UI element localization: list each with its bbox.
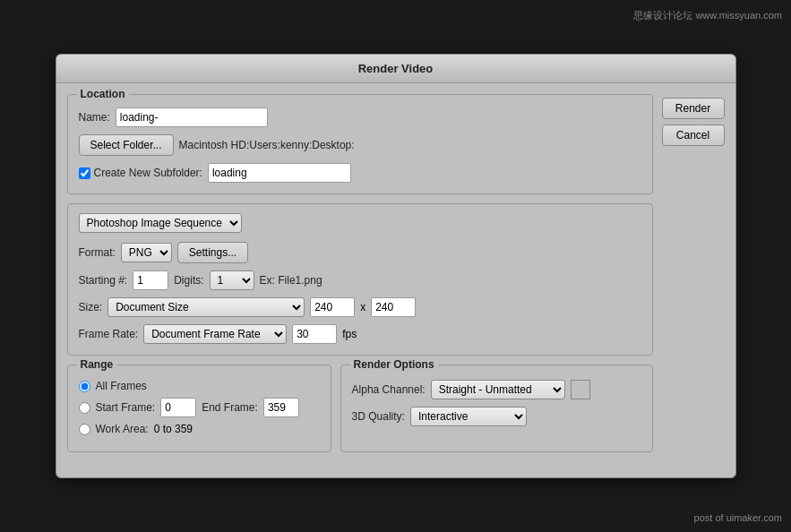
frame-rate-label: Frame Rate: bbox=[79, 328, 139, 340]
format-label: Format: bbox=[79, 246, 116, 259]
digits-select[interactable]: 1 bbox=[210, 270, 254, 290]
subfolder-input[interactable] bbox=[208, 163, 351, 183]
settings-button[interactable]: Settings... bbox=[177, 242, 248, 263]
image-sequence-section: Photoshop Image Sequence Format: PNG Set… bbox=[67, 203, 653, 356]
quality-3d-select[interactable]: Interactive bbox=[410, 407, 527, 426]
folder-path: Macintosh HD:Users:kenny:Desktop: bbox=[179, 139, 355, 151]
work-area-value: 0 to 359 bbox=[154, 423, 193, 435]
format-select[interactable]: PNG bbox=[121, 243, 172, 262]
watermark-top: 思缘设计论坛 www.missyuan.com bbox=[633, 9, 782, 22]
render-video-dialog: Render Video Location Name: Select Folde… bbox=[56, 54, 736, 478]
range-section: Range All Frames Start Frame: End Frame: bbox=[67, 365, 331, 452]
size-label: Size: bbox=[79, 301, 103, 313]
name-input[interactable] bbox=[116, 107, 268, 127]
starting-input[interactable] bbox=[133, 270, 168, 290]
end-frame-input[interactable] bbox=[263, 398, 299, 417]
quality-3d-label: 3D Quality: bbox=[352, 410, 405, 423]
start-frame-radio[interactable] bbox=[79, 402, 90, 414]
render-options-label: Render Options bbox=[350, 358, 438, 371]
example-text: Ex: File1.png bbox=[260, 274, 322, 287]
size-select[interactable]: Document Size bbox=[107, 297, 305, 317]
render-options-section: Render Options Alpha Channel: Straight -… bbox=[340, 365, 653, 452]
work-area-label: Work Area: bbox=[96, 423, 149, 435]
alpha-channel-label: Alpha Channel: bbox=[352, 383, 426, 396]
create-subfolder-label: Create New Subfolder: bbox=[94, 167, 202, 179]
alpha-channel-select[interactable]: Straight - Unmatted bbox=[431, 380, 565, 399]
end-frame-label: End Frame: bbox=[202, 401, 258, 414]
frame-rate-input[interactable] bbox=[292, 324, 337, 344]
select-folder-button[interactable]: Select Folder... bbox=[79, 134, 174, 156]
image-sequence-select[interactable]: Photoshop Image Sequence bbox=[79, 213, 242, 233]
location-label: Location bbox=[77, 88, 129, 100]
start-frame-label: Start Frame: bbox=[96, 401, 156, 414]
watermark-bottom: post of uimaker.com bbox=[694, 512, 782, 523]
starting-label: Starting #: bbox=[79, 274, 128, 287]
alpha-color-swatch bbox=[571, 380, 590, 399]
location-section: Location Name: Select Folder... Macintos… bbox=[67, 94, 653, 194]
size-x: x bbox=[360, 301, 365, 313]
name-label: Name: bbox=[79, 111, 110, 124]
render-button[interactable]: Render bbox=[662, 98, 725, 119]
range-label: Range bbox=[77, 358, 117, 371]
cancel-button[interactable]: Cancel bbox=[662, 124, 725, 146]
height-input[interactable] bbox=[371, 297, 416, 317]
all-frames-radio[interactable] bbox=[79, 381, 90, 392]
width-input[interactable] bbox=[310, 297, 355, 317]
all-frames-label: All Frames bbox=[96, 380, 147, 392]
dialog-title: Render Video bbox=[56, 55, 735, 83]
start-frame-input[interactable] bbox=[160, 398, 196, 417]
create-subfolder-checkbox[interactable] bbox=[79, 167, 90, 179]
work-area-radio[interactable] bbox=[79, 424, 90, 435]
fps-label: fps bbox=[342, 328, 357, 340]
frame-rate-select[interactable]: Document Frame Rate bbox=[143, 324, 287, 344]
digits-label: Digits: bbox=[174, 274, 203, 287]
